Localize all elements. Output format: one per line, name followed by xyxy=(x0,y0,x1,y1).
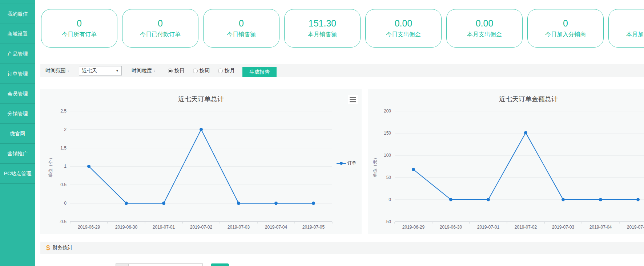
legend-marker-icon xyxy=(337,161,346,165)
radio-label: 按日 xyxy=(174,67,185,74)
chart-legend[interactable]: 订单 xyxy=(337,160,356,166)
svg-text:2019-07-01: 2019-07-01 xyxy=(153,225,175,230)
time-range-value: 近七天 xyxy=(82,67,97,74)
stat-card-value: 0.00 xyxy=(395,18,412,29)
svg-text:单位（元）: 单位（元） xyxy=(373,156,378,177)
svg-text:0.5: 0.5 xyxy=(60,182,67,187)
stat-card-label: 本月销售额 xyxy=(308,31,337,38)
stat-card: 0 今日加入分销商 xyxy=(527,9,604,48)
radio-option[interactable]: 按日 xyxy=(168,64,185,77)
svg-text:1: 1 xyxy=(64,164,67,169)
radio-circle-icon[interactable] xyxy=(168,69,173,73)
bottom-submit-button[interactable] xyxy=(211,263,229,266)
svg-text:150: 150 xyxy=(384,131,391,136)
chart-panel-orders: 近七天订单总计 2.521.510.50-0.52019-06-292019-0… xyxy=(40,89,362,234)
stat-card: 0 本月加入分销商 xyxy=(608,9,644,48)
time-range-label: 时间范围： xyxy=(45,64,71,77)
stat-card-value: 0 xyxy=(77,18,82,29)
finance-section: $ 财务统计 xyxy=(40,242,644,254)
stat-card: 0.00 本月支出佣金 xyxy=(446,9,523,48)
radio-label: 按周 xyxy=(200,67,210,74)
finance-title: 财务统计 xyxy=(53,245,73,251)
stat-card: 0 今日所有订单 xyxy=(41,9,117,48)
svg-text:2019-06-30: 2019-06-30 xyxy=(440,225,462,230)
chart-panel-order-amount: 近七天订单金额总计 200150100500-502019-06-292019-… xyxy=(368,89,644,234)
stat-cards-row: 0 今日所有订单 0 今日已付款订单 0 今日销售额 151.30 本月销售额 … xyxy=(41,9,644,48)
svg-text:100: 100 xyxy=(384,153,391,158)
radio-circle-icon[interactable] xyxy=(218,69,223,73)
svg-text:单位（个）: 单位（个） xyxy=(48,155,53,177)
radio-circle-icon[interactable] xyxy=(193,69,198,73)
generate-report-button[interactable]: 生成报告 xyxy=(242,67,277,77)
dashboard-page: 我的微信商城设置产品管理订单管理会员管理分销管理微官网营销推广PC站点管理 0 … xyxy=(0,0,644,266)
dollar-icon: $ xyxy=(46,244,50,252)
stat-card-value: 0 xyxy=(239,18,244,29)
svg-text:2019-07-04: 2019-07-04 xyxy=(589,225,612,230)
svg-text:2019-06-30: 2019-06-30 xyxy=(115,225,138,230)
svg-text:2019-07-05: 2019-07-05 xyxy=(627,225,644,230)
sidebar-item[interactable]: 产品管理 xyxy=(0,44,35,64)
svg-text:1.5: 1.5 xyxy=(60,146,67,151)
stat-card-value: 0 xyxy=(563,18,568,29)
svg-text:2019-06-29: 2019-06-29 xyxy=(402,225,425,230)
bottom-input-addon xyxy=(116,263,129,266)
svg-text:0: 0 xyxy=(389,197,391,202)
radio-option[interactable]: 按月 xyxy=(218,64,235,77)
svg-text:50: 50 xyxy=(386,175,391,180)
stat-card-value: 151.30 xyxy=(309,18,336,29)
stat-card-label: 本月支出佣金 xyxy=(467,31,502,38)
svg-text:-50: -50 xyxy=(385,219,391,224)
stat-card-label: 今日已付款订单 xyxy=(140,31,181,38)
stat-card-label: 今日销售额 xyxy=(227,31,256,38)
granularity-label: 时间粒度： xyxy=(132,64,157,77)
svg-text:2019-07-02: 2019-07-02 xyxy=(515,225,537,230)
svg-text:200: 200 xyxy=(384,109,391,114)
dropdown-arrow-icon: ▼ xyxy=(116,69,119,73)
svg-text:2: 2 xyxy=(64,127,67,132)
stat-card: 0.00 今日支出佣金 xyxy=(365,9,442,48)
stat-card: 151.30 本月销售额 xyxy=(284,9,361,48)
radio-option[interactable]: 按周 xyxy=(193,64,210,77)
svg-text:2019-07-03: 2019-07-03 xyxy=(228,225,250,230)
svg-text:2019-06-29: 2019-06-29 xyxy=(78,225,100,230)
chart-canvas[interactable]: 2.521.510.50-0.52019-06-292019-06-302019… xyxy=(40,89,362,234)
stat-card-label: 今日所有订单 xyxy=(62,31,97,38)
sidebar-item[interactable]: 分销管理 xyxy=(0,104,35,124)
bottom-input[interactable] xyxy=(128,263,203,266)
legend-label: 订单 xyxy=(347,160,356,166)
svg-text:2.5: 2.5 xyxy=(60,109,67,114)
radio-label: 按月 xyxy=(225,67,235,74)
time-range-select[interactable]: 近七天 ▼ xyxy=(79,66,122,75)
stat-card-label: 本月加入分销商 xyxy=(626,31,644,38)
sidebar-item[interactable]: 微官网 xyxy=(0,124,35,144)
sidebar-item[interactable]: 订单管理 xyxy=(0,64,35,84)
svg-text:-0.5: -0.5 xyxy=(59,219,67,224)
sidebar-item[interactable]: 商城设置 xyxy=(0,24,35,44)
sidebar-item[interactable]: 营销推广 xyxy=(0,144,35,164)
chart-canvas[interactable]: 200150100500-502019-06-292019-06-302019-… xyxy=(368,89,644,234)
sidebar-item[interactable]: 会员管理 xyxy=(0,84,35,104)
svg-text:2019-07-05: 2019-07-05 xyxy=(302,225,325,230)
sidebar-item[interactable]: PC站点管理 xyxy=(0,164,35,184)
sidebar: 我的微信商城设置产品管理订单管理会员管理分销管理微官网营销推广PC站点管理 xyxy=(0,0,35,266)
sidebar-item[interactable]: 我的微信 xyxy=(0,4,35,24)
stat-card: 0 今日销售额 xyxy=(203,9,279,48)
stat-card-value: 0 xyxy=(158,18,163,29)
svg-text:0: 0 xyxy=(64,201,67,206)
svg-text:2019-07-01: 2019-07-01 xyxy=(477,225,500,230)
svg-text:2019-07-03: 2019-07-03 xyxy=(552,225,575,230)
time-range-select-wrap: 近七天 ▼ xyxy=(79,64,122,77)
filter-bar: 时间范围： 近七天 ▼ 时间粒度： 生成报告 按日 按周 按月 xyxy=(40,64,644,77)
stat-card-value: 0.00 xyxy=(476,18,494,29)
stat-card: 0 今日已付款订单 xyxy=(122,9,198,48)
svg-text:2019-07-02: 2019-07-02 xyxy=(190,225,213,230)
stat-card-label: 今日支出佣金 xyxy=(386,31,421,38)
stat-card-label: 今日加入分销商 xyxy=(545,31,586,38)
svg-text:2019-07-04: 2019-07-04 xyxy=(265,225,287,230)
